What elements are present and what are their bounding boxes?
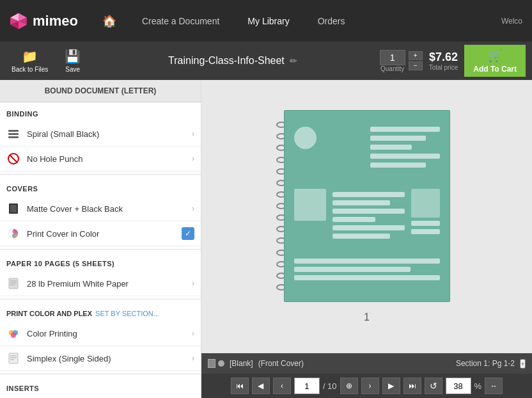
quantity-input[interactable] [380, 50, 405, 65]
page-number: 1 [364, 312, 370, 323]
quantity-increase-button[interactable]: + [409, 51, 423, 60]
logo-text: mimeo [33, 13, 78, 29]
cover-lines-right [370, 123, 440, 176]
print-set-by-section[interactable]: SET BY SECTION... [95, 310, 159, 317]
svg-rect-22 [9, 353, 18, 363]
print-section-row: PRINT COLOR AND PLEX SET BY SECTION... [0, 302, 201, 321]
spiral-binding-visual [276, 116, 284, 296]
color-printing-icon [6, 326, 20, 340]
paper-icon [6, 276, 20, 291]
page-dot-icon [218, 360, 224, 367]
cover-small-rect [294, 189, 326, 221]
svg-rect-15 [9, 278, 18, 289]
print-color-check: ✓ [182, 227, 194, 240]
spiral-arrow-icon: › [192, 129, 194, 138]
edit-title-icon[interactable]: ✏ [290, 56, 297, 66]
cover-circle [294, 127, 317, 149]
print-color-label: Print Cover in Color [27, 229, 175, 239]
save-label: Save [65, 66, 80, 73]
pagination-bar: ⏮ ◀ ‹ / 10 ⊕ › ▶ ⏭ ↺ % ↔ [201, 374, 532, 398]
next-page-button[interactable]: ▶ [382, 378, 400, 394]
binding-section-title: BINDING [0, 102, 201, 122]
home-button[interactable]: 🏠 [97, 11, 121, 31]
price-label: Total price [429, 64, 458, 71]
simplex-arrow-icon: › [192, 354, 194, 363]
page-cover-label: (Front Cover) [258, 359, 304, 368]
color-printing-arrow-icon: › [192, 329, 194, 338]
bottom-status-bar: [Blank] (Front Cover) Section 1: Pg 1-2 … [201, 353, 532, 374]
matte-cover-label: Matte Cover + Black Back [27, 204, 185, 214]
logo-area: mimeo [10, 12, 78, 30]
inserts-section-title: INSERTS [0, 377, 201, 396]
page-indicator [208, 359, 224, 368]
svg-rect-7 [8, 130, 19, 132]
simplex-label: Simplex (Single Sided) [27, 354, 185, 363]
save-icon: 💾 [65, 49, 81, 64]
first-page-button[interactable]: ⏮ [231, 378, 249, 394]
document-title: Training-Class-Info-Sheet [168, 55, 285, 67]
nav-my-library[interactable]: My Library [240, 13, 297, 29]
nav-create-document[interactable]: Create a Document [134, 13, 227, 29]
print-cover-color-option[interactable]: Print Cover in Color ✓ [0, 221, 201, 246]
step-back-button[interactable]: ‹ [273, 378, 291, 394]
cursor-button[interactable]: ⊕ [340, 378, 358, 394]
paper-weight-option[interactable]: 28 lb Premium White Paper › [0, 271, 201, 296]
rotate-button[interactable]: ↺ [425, 378, 442, 394]
spiral-binding-label: Spiral (Small Black) [27, 129, 185, 139]
price-area: $7.62 Total price [429, 51, 458, 71]
preview-area: 1 [201, 80, 532, 353]
cover-bottom [294, 189, 440, 247]
zoom-input[interactable] [446, 378, 471, 394]
page-blank-label: [Blank] [230, 359, 253, 368]
zoom-percent: % [474, 381, 482, 391]
last-page-button[interactable]: ⏭ [403, 378, 421, 394]
quantity-controls: + − [409, 51, 423, 70]
current-page-input[interactable] [294, 378, 320, 394]
covers-section-title: COVERS [0, 177, 201, 196]
quantity-decrease-button[interactable]: − [409, 61, 423, 70]
no-hole-icon [6, 152, 20, 166]
svg-rect-13 [10, 205, 17, 212]
panel-header: BOUND DOCUMENT (LETTER) [0, 80, 201, 102]
left-panel: BOUND DOCUMENT (LETTER) BINDING Spiral (… [0, 80, 201, 398]
quantity-box: Quantity [380, 50, 405, 72]
paper-label: 28 lb Premium White Paper [27, 279, 185, 289]
matte-cover-icon [6, 202, 20, 216]
total-pages: / 10 [323, 381, 337, 391]
nav-orders[interactable]: Orders [310, 13, 353, 29]
color-printing-option[interactable]: Color Printing › [0, 321, 201, 346]
price-value: $7.62 [429, 51, 458, 64]
matte-arrow-icon: › [192, 204, 194, 213]
no-hole-label: No Hole Punch [27, 154, 185, 164]
add-to-cart-label: Add To Cart [473, 65, 517, 74]
paper-section-title: PAPER 10 PAGES (5 SHEETS) [0, 252, 201, 271]
quantity-label: Quantity [380, 65, 404, 72]
cart-icon: 🛒 [488, 49, 502, 63]
print-section-title: PRINT COLOR AND PLEX [6, 310, 92, 317]
no-hole-arrow-icon: › [192, 154, 194, 163]
simplex-option[interactable]: Simplex (Single Sided) › [0, 346, 201, 371]
back-to-files-button[interactable]: 📁 Back to Files [6, 46, 53, 76]
prev-page-button[interactable]: ◀ [252, 378, 270, 394]
svg-rect-8 [8, 133, 19, 135]
right-area: 1 [Blank] (Front Cover) Section 1: Pg 1-… [201, 80, 532, 398]
cover-bottom-lines [332, 189, 405, 247]
spiral-binding-option[interactable]: Spiral (Small Black) › [0, 122, 201, 147]
quantity-area: Quantity + − [380, 50, 423, 72]
welcome-text: Welco [501, 17, 522, 26]
section-info: Section 1: Pg 1-2 [456, 359, 515, 368]
document-title-area: Training-Class-Info-Sheet ✏ [92, 55, 373, 67]
section-dropdown-button[interactable]: ▾ [520, 359, 526, 369]
svg-line-11 [10, 155, 17, 163]
no-hole-punch-option[interactable]: No Hole Punch › [0, 147, 201, 171]
save-button[interactable]: 💾 Save [59, 46, 86, 76]
cover-right-rect [411, 189, 440, 218]
fit-button[interactable]: ↔ [485, 378, 503, 394]
back-icon: 📁 [22, 49, 38, 64]
spiral-icon [6, 127, 20, 141]
add-to-cart-button[interactable]: 🛒 Add To Cart [464, 45, 526, 77]
svg-point-21 [11, 333, 16, 338]
svg-rect-9 [8, 136, 19, 138]
step-forward-button[interactable]: › [361, 378, 379, 394]
matte-cover-option[interactable]: Matte Cover + Black Back › [0, 196, 201, 221]
